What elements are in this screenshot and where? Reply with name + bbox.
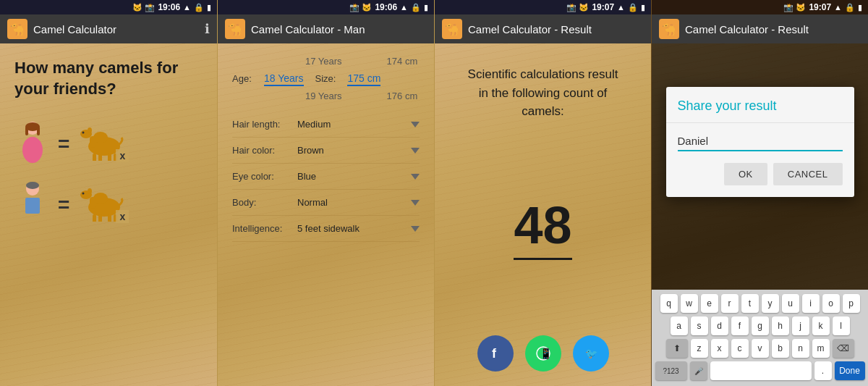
svg-rect-5: [37, 127, 40, 135]
lock-icon-3: 🔒: [628, 3, 638, 12]
key-123[interactable]: ?123: [655, 361, 687, 380]
svg-rect-21: [90, 197, 96, 209]
equals-female: =: [58, 133, 69, 156]
key-n[interactable]: n: [792, 339, 809, 358]
wifi-icon-2: ▲: [400, 3, 408, 12]
key-period[interactable]: .: [814, 361, 832, 380]
body-arrow: [411, 200, 420, 206]
size-spinner-bottom: 176 cm: [387, 89, 418, 103]
intelligence-value: 5 feet sidewalk: [297, 223, 411, 234]
name-input[interactable]: [678, 132, 843, 151]
app-bar-3: 🐪 Camel Calculator - Result: [435, 14, 651, 43]
key-s[interactable]: s: [691, 316, 708, 335]
key-j[interactable]: j: [792, 316, 809, 335]
key-done[interactable]: Done: [835, 361, 865, 380]
battery-icon: ▮: [207, 3, 211, 12]
battery-icon-3: ▮: [641, 3, 645, 12]
key-m[interactable]: m: [812, 339, 830, 358]
hair-color-row[interactable]: Hair color: Brown: [232, 138, 420, 164]
battery-icon-4: ▮: [858, 3, 862, 12]
key-w[interactable]: w: [681, 294, 698, 313]
panel-home: 🐱 📸 19:06 ▲ 🔒 ▮ 🐪 Camel Calculator ℹ How…: [0, 0, 217, 386]
key-z[interactable]: z: [691, 339, 708, 358]
app-bar-4: 🐪 Camel Calculator - Result: [652, 14, 868, 43]
svg-text:🐦: 🐦: [585, 348, 598, 360]
svg-rect-2: [25, 141, 41, 146]
key-l[interactable]: l: [833, 316, 850, 335]
app-title-4: Camel Calculator - Result: [685, 23, 861, 35]
age-spinner-bottom: 19 Years: [305, 89, 342, 103]
hair-length-label: Hair length:: [232, 119, 297, 130]
key-u[interactable]: u: [782, 294, 799, 313]
lock-icon-2: 🔒: [411, 3, 421, 12]
key-c[interactable]: c: [731, 339, 749, 358]
key-x[interactable]: x: [711, 339, 728, 358]
key-i[interactable]: i: [802, 294, 820, 313]
notification-icons-4: 📸 🐱: [783, 3, 806, 12]
key-mic[interactable]: 🎤: [690, 361, 707, 380]
app-title-2: Camel Calculator - Man: [251, 23, 427, 35]
ok-button[interactable]: OK: [724, 163, 767, 185]
key-v[interactable]: v: [752, 339, 769, 358]
key-a[interactable]: a: [671, 316, 688, 335]
key-o[interactable]: o: [822, 294, 840, 313]
cancel-button[interactable]: Cancel: [773, 163, 843, 185]
key-e[interactable]: e: [701, 294, 718, 313]
svg-rect-12: [108, 154, 111, 161]
key-g[interactable]: g: [752, 316, 769, 335]
notification-icons-2: 📸 🐱: [349, 3, 372, 12]
size-selected[interactable]: 175 cm: [347, 71, 380, 86]
key-d[interactable]: d: [711, 316, 728, 335]
body-label: Body:: [232, 197, 297, 208]
result-description: Scientific calculations resultin the fol…: [468, 65, 618, 121]
wifi-icon-4: ▲: [834, 3, 842, 12]
male-person-icon: [14, 182, 51, 228]
age-selected[interactable]: 18 Years: [264, 71, 304, 86]
status-bar-1: 🐱 📸 19:06 ▲ 🔒 ▮: [0, 0, 217, 14]
dialog-buttons: OK Cancel: [678, 163, 843, 185]
key-backspace[interactable]: ⌫: [833, 339, 854, 358]
svg-point-1: [22, 137, 43, 163]
app-logo: 🐪: [7, 19, 27, 39]
key-f[interactable]: f: [731, 316, 749, 335]
lock-icon: 🔒: [194, 3, 204, 12]
key-b[interactable]: b: [772, 339, 789, 358]
key-t[interactable]: t: [741, 294, 759, 313]
key-shift[interactable]: ⬆: [666, 339, 688, 358]
eye-color-arrow: [411, 174, 420, 180]
battery-icon-2: ▮: [424, 3, 428, 12]
age-spinner-top: 17 Years: [305, 54, 342, 68]
facebook-share-button[interactable]: f: [477, 335, 514, 372]
svg-point-27: [82, 193, 85, 195]
svg-rect-10: [93, 154, 96, 161]
time-2: 19:06: [375, 2, 397, 12]
dialog-title: Share your result: [666, 87, 854, 123]
key-q[interactable]: q: [660, 294, 678, 313]
hair-color-value: Brown: [297, 145, 411, 156]
body-row[interactable]: Body: Normal: [232, 190, 420, 216]
svg-point-18: [26, 182, 39, 189]
hair-length-row[interactable]: Hair length: Medium: [232, 112, 420, 138]
age-spinner-selected[interactable]: 18 Years: [264, 71, 304, 86]
key-h[interactable]: h: [772, 316, 789, 335]
question-text: How many camels for your friends?: [14, 58, 203, 99]
wifi-icon: ▲: [183, 3, 191, 12]
svg-rect-4: [25, 127, 28, 135]
size-prev: 174 cm: [387, 54, 418, 68]
twitter-share-button[interactable]: 🐦: [573, 335, 609, 372]
whatsapp-share-button[interactable]: 📱: [525, 335, 561, 372]
size-spinner-selected[interactable]: 175 cm: [347, 71, 380, 86]
key-k[interactable]: k: [812, 316, 830, 335]
time-4: 19:07: [809, 2, 831, 12]
info-icon[interactable]: ℹ: [205, 21, 210, 37]
key-r[interactable]: r: [721, 294, 739, 313]
key-y[interactable]: y: [762, 294, 779, 313]
key-p[interactable]: p: [843, 294, 860, 313]
key-space[interactable]: [710, 361, 812, 380]
lock-icon-4: 🔒: [845, 3, 855, 12]
keyboard-row-1: q w e r t y u i o p: [654, 294, 866, 313]
keyboard-row-2: a s d f g h j k l: [654, 316, 866, 335]
eye-color-row[interactable]: Eye color: Blue: [232, 164, 420, 190]
age-next: 19 Years: [305, 89, 342, 103]
intelligence-row[interactable]: Intelligence: 5 feet sidewalk: [232, 216, 420, 242]
